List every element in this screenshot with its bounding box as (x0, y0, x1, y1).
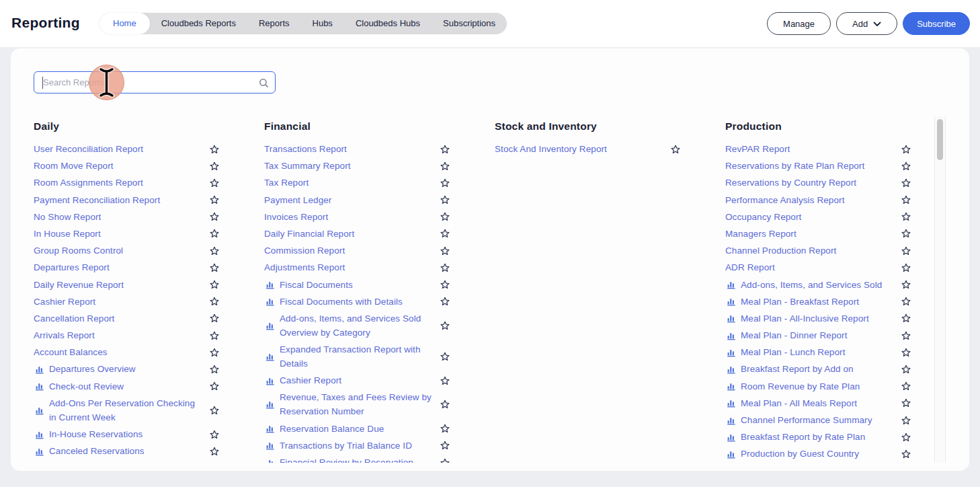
star-outline-icon[interactable] (206, 348, 219, 357)
star-outline-icon[interactable] (436, 195, 450, 204)
star-outline-icon[interactable] (897, 145, 911, 154)
report-link[interactable]: Breakfast Report by Add on (741, 362, 858, 376)
star-outline-icon[interactable] (206, 430, 219, 439)
star-outline-icon[interactable] (436, 321, 450, 330)
report-link[interactable]: Production by Guest Country (741, 447, 863, 461)
tab-hubs[interactable]: Hubs (301, 13, 344, 34)
report-link[interactable]: Managers Report (725, 227, 801, 241)
star-outline-icon[interactable] (206, 381, 219, 391)
tab-home[interactable]: Home (99, 13, 150, 34)
subscribe-button[interactable]: Subscribe (903, 12, 970, 35)
star-outline-icon[interactable] (667, 145, 680, 154)
star-outline-icon[interactable] (897, 449, 911, 459)
star-outline-icon[interactable] (206, 280, 219, 289)
tab-cloudbeds-reports[interactable]: Cloudbeds Reports (150, 13, 247, 34)
report-link[interactable]: Reservation Balance Due (280, 422, 388, 436)
report-link[interactable]: Departures Overview (49, 362, 140, 376)
report-link[interactable]: Reservations by Country Report (725, 176, 860, 190)
tab-cloudbeds-hubs[interactable]: Cloudbeds Hubs (344, 13, 432, 34)
report-link[interactable]: Occupancy Report (725, 210, 805, 224)
report-link[interactable]: Meal Plan - Lunch Report (741, 345, 849, 359)
report-link[interactable]: Financial Review by Reservation (280, 455, 417, 463)
report-link[interactable]: Canceled Reservations (49, 444, 149, 458)
star-outline-icon[interactable] (897, 195, 911, 204)
star-outline-icon[interactable] (436, 376, 450, 385)
report-link[interactable]: Room Assignments Report (34, 176, 147, 190)
star-outline-icon[interactable] (436, 280, 450, 289)
star-outline-icon[interactable] (897, 398, 911, 408)
star-outline-icon[interactable] (897, 365, 911, 374)
report-link[interactable]: Channel Performance Summary (741, 413, 876, 427)
star-outline-icon[interactable] (436, 441, 450, 450)
report-link[interactable]: Add-ons, Items, and Services Sold Overvi… (280, 311, 436, 340)
star-outline-icon[interactable] (436, 263, 450, 272)
report-link[interactable]: Commission Report (264, 244, 349, 258)
report-link[interactable]: Meal Plan - All Meals Report (741, 396, 861, 410)
star-outline-icon[interactable] (206, 161, 219, 171)
report-link[interactable]: Reservations by Rate Plan Report (725, 159, 868, 173)
star-outline-icon[interactable] (206, 406, 219, 415)
report-link[interactable]: Breakfast Report by Rate Plan (741, 430, 869, 444)
star-outline-icon[interactable] (897, 313, 911, 323)
star-outline-icon[interactable] (206, 145, 219, 154)
star-outline-icon[interactable] (206, 246, 219, 256)
report-link[interactable]: Room Move Report (34, 159, 118, 173)
scrollbar[interactable] (934, 116, 946, 463)
report-link[interactable]: Stock And Inventory Report (495, 142, 611, 156)
report-link[interactable]: Departures Report (34, 260, 114, 274)
report-link[interactable]: Cashier Report (34, 295, 99, 309)
star-outline-icon[interactable] (206, 297, 219, 306)
report-link[interactable]: Tax Summary Report (264, 159, 355, 173)
star-outline-icon[interactable] (897, 229, 911, 238)
tab-reports[interactable]: Reports (247, 13, 301, 34)
star-outline-icon[interactable] (206, 229, 219, 238)
report-link[interactable]: Meal Plan - Breakfast Report (741, 295, 863, 309)
report-link[interactable]: Adjustments Report (264, 260, 349, 274)
report-link[interactable]: Expanded Transaction Report with Details (280, 342, 436, 371)
report-link[interactable]: RevPAR Report (725, 142, 794, 156)
report-link[interactable]: Group Rooms Control (34, 244, 127, 258)
star-outline-icon[interactable] (897, 161, 911, 171)
tab-subscriptions[interactable]: Subscriptions (432, 13, 507, 34)
report-link[interactable]: Meal Plan - All-Inclusive Report (741, 311, 873, 326)
report-link[interactable]: Performance Analysis Report (725, 193, 849, 207)
report-link[interactable]: Account Balances (34, 345, 112, 359)
report-link[interactable]: Channel Production Report (725, 244, 840, 258)
star-outline-icon[interactable] (897, 246, 911, 256)
report-link[interactable]: Daily Revenue Report (34, 278, 128, 292)
add-button[interactable]: Add (836, 12, 897, 35)
star-outline-icon[interactable] (436, 145, 450, 154)
search-icon[interactable] (259, 78, 269, 88)
star-outline-icon[interactable] (897, 297, 911, 306)
report-link[interactable]: Daily Financial Report (264, 227, 358, 241)
star-outline-icon[interactable] (897, 263, 911, 272)
star-outline-icon[interactable] (436, 178, 450, 188)
report-link[interactable]: Payment Ledger (264, 193, 335, 207)
star-outline-icon[interactable] (436, 400, 450, 409)
report-link[interactable]: Arrivals Report (34, 328, 99, 342)
star-outline-icon[interactable] (436, 246, 450, 256)
report-link[interactable]: In-House Reservations (49, 427, 147, 441)
star-outline-icon[interactable] (206, 178, 219, 188)
star-outline-icon[interactable] (206, 263, 219, 272)
star-outline-icon[interactable] (436, 352, 450, 361)
report-link[interactable]: User Reconciliation Report (34, 142, 147, 156)
star-outline-icon[interactable] (897, 381, 911, 391)
star-outline-icon[interactable] (436, 212, 450, 221)
report-link[interactable]: Room Revenue by Rate Plan (741, 379, 864, 394)
search-input[interactable] (34, 72, 275, 93)
star-outline-icon[interactable] (206, 212, 219, 221)
star-outline-icon[interactable] (897, 280, 911, 289)
report-link[interactable]: Payment Reconciliation Report (34, 193, 164, 207)
star-outline-icon[interactable] (897, 212, 911, 221)
star-outline-icon[interactable] (436, 297, 450, 306)
report-link[interactable]: ADR Report (725, 260, 779, 274)
report-link[interactable]: In House Report (34, 227, 105, 241)
report-link[interactable]: Cancellation Report (34, 311, 118, 326)
report-link[interactable]: Add-ons, Items, and Services Sold (741, 278, 886, 292)
report-link[interactable]: No Show Report (34, 210, 105, 224)
star-outline-icon[interactable] (436, 229, 450, 238)
star-outline-icon[interactable] (206, 365, 219, 374)
star-outline-icon[interactable] (897, 331, 911, 340)
report-link[interactable]: Fiscal Documents (280, 278, 357, 292)
